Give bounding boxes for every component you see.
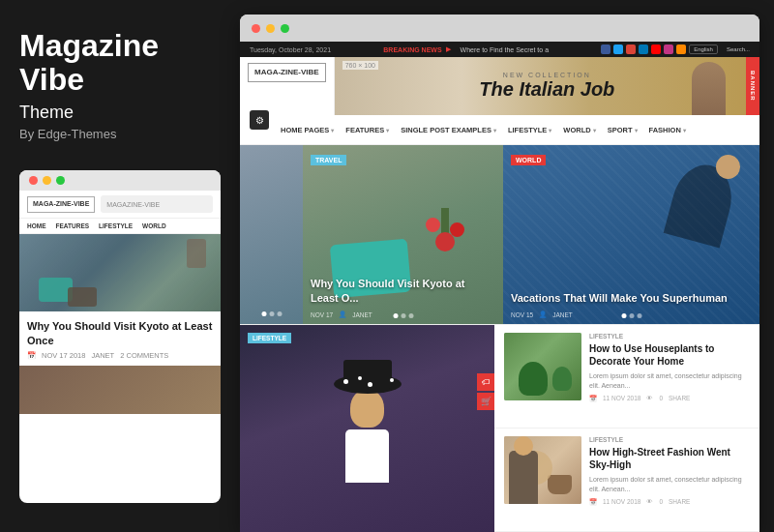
user-icon-small: 👤 <box>339 310 346 318</box>
language-selector[interactable]: English <box>689 44 718 54</box>
calendar-icon: 📅 <box>589 395 597 402</box>
nav-fashion[interactable]: FASHION ▾ <box>649 126 686 134</box>
hero-center-meta: NOV 17 👤 JANET <box>311 310 372 318</box>
maximize-icon[interactable] <box>56 176 65 185</box>
pagination-dot[interactable] <box>637 313 641 318</box>
mini-menu-world[interactable]: WORLD <box>142 222 166 229</box>
plants-image <box>504 333 581 400</box>
dot-inactive <box>277 311 282 316</box>
article-thumb-2 <box>504 436 581 504</box>
bottom-section: LIFESTYLE 🏷 🛒 <box>240 324 759 532</box>
article-date-2: 11 NOV 2018 <box>603 498 640 505</box>
pagination-dot-active[interactable] <box>621 313 626 318</box>
bookmark-icon[interactable]: 🏷 <box>477 373 494 391</box>
mini-menu-bar: HOME FEATURES LIFESTYLE WORLD <box>19 219 221 234</box>
mini-address-bar[interactable]: MAGAZINE-VIBE <box>101 195 213 213</box>
pagination-dot[interactable] <box>408 313 413 318</box>
banner-title: The Italian Job <box>479 78 614 101</box>
google-icon[interactable] <box>626 44 636 54</box>
bottom-left-image: LIFESTYLE 🏷 🛒 <box>240 325 494 532</box>
hero-left-panel <box>240 145 303 324</box>
settings-icon[interactable]: ⚙ <box>250 110 269 130</box>
hero-section: TRAVEL Why You Should Visit Kyoto at Lea… <box>240 145 759 324</box>
browser-window: Tuesday, October 28, 2021 BREAKING NEWS … <box>240 15 759 532</box>
mini-browser-titlebar <box>19 170 221 191</box>
banner-sidebar-text: BANNER <box>750 71 756 102</box>
hero-right-pagination <box>621 313 641 318</box>
mini-content: Why You Should Visit Kyoto at Least Once… <box>19 234 221 503</box>
hero-right-author: JANET <box>552 311 573 318</box>
user-icon-small: 👤 <box>539 310 547 318</box>
mini-article-title: Why You Should Visit Kyoto at Least Once <box>19 311 221 351</box>
chevron-down-icon: ▾ <box>635 127 638 133</box>
minimize-icon[interactable] <box>43 176 51 185</box>
hero-right-panel[interactable]: WORLD Vacations That Will Make You Super… <box>503 145 759 324</box>
dot-active <box>261 311 266 316</box>
top-social-icons: English Search... <box>601 44 750 54</box>
search-button[interactable]: Search... <box>727 46 750 52</box>
nav-world[interactable]: WORLD ▾ <box>563 126 595 134</box>
hero-center-panel[interactable]: TRAVEL Why You Should Visit Kyoto at Lea… <box>303 145 503 324</box>
chevron-down-icon: ▾ <box>493 127 496 133</box>
browser-close-icon[interactable] <box>252 24 260 33</box>
youtube-icon[interactable] <box>651 44 661 54</box>
pagination-dot[interactable] <box>629 313 634 318</box>
hero-left-dots <box>261 311 282 316</box>
mini-logo: MAGA-ZINE-VIBE <box>27 196 95 212</box>
article-views-2: 0 <box>659 498 663 505</box>
chevron-down-icon: ▾ <box>331 127 334 133</box>
banner-area: 760 × 100 NEW COLLECTION The Italian Job… <box>335 57 759 115</box>
share-label-1[interactable]: SHARE <box>669 395 690 401</box>
calendar-icon: 📅 <box>589 498 597 506</box>
rss-icon[interactable] <box>676 44 686 54</box>
nav-home-pages[interactable]: HOME PAGES ▾ <box>281 126 334 134</box>
mini-menu-features[interactable]: FEATURES <box>56 222 90 229</box>
mini-address-text: MAGAZINE-VIBE <box>106 201 160 208</box>
article-headline-1[interactable]: How to Use Houseplants to Decorate Your … <box>589 342 750 368</box>
nav-single-post[interactable]: SINGLE POST EXAMPLES ▾ <box>401 126 496 134</box>
mini-author: JANET <box>91 351 114 360</box>
facebook-icon[interactable] <box>601 44 610 54</box>
hero-center-date: NOV 17 <box>311 311 333 318</box>
article-headline-2[interactable]: How High-Street Fashion Went Sky-High <box>589 446 750 471</box>
twitter-icon[interactable] <box>613 44 623 54</box>
close-icon[interactable] <box>29 176 38 185</box>
fashion-image <box>504 436 581 504</box>
mini-comments: 2 COMMENTS <box>120 351 168 360</box>
article-card-2[interactable]: LIFESTYLE How High-Street Fashion Went S… <box>494 429 759 532</box>
mini-date: NOV 17 2018 <box>42 351 85 360</box>
hero-right-meta: NOV 15 👤 JANET <box>511 310 573 318</box>
instagram-icon[interactable] <box>664 44 673 54</box>
share-label-2[interactable]: SHARE <box>669 498 690 505</box>
pagination-dot-active[interactable] <box>393 313 398 318</box>
nav-sport[interactable]: SPORT ▾ <box>608 126 638 134</box>
mini-browser: MAGA-ZINE-VIBE MAGAZINE-VIBE HOME FEATUR… <box>19 170 221 503</box>
mini-bottom-image <box>19 366 221 414</box>
mini-hero-image <box>19 234 221 311</box>
nav-lifestyle[interactable]: LIFESTYLE ▾ <box>508 126 551 134</box>
cart-icon[interactable]: 🛒 <box>477 393 494 410</box>
hero-right-badge: WORLD <box>511 155 546 165</box>
arrow-icon: ▶ <box>446 45 451 53</box>
nav-features[interactable]: FEATURES ▾ <box>345 126 389 134</box>
browser-minimize-icon[interactable] <box>266 24 275 33</box>
bottom-left-feature[interactable]: LIFESTYLE 🏷 🛒 <box>240 325 494 532</box>
article-content-2: LIFESTYLE How High-Street Fashion Went S… <box>589 436 750 523</box>
banner-size-label: 760 × 100 <box>342 61 378 70</box>
article-excerpt-2: Lorem ipsum dolor sit amet, consectetur … <box>589 475 750 494</box>
site-title: Magazine Vibe <box>19 29 221 97</box>
hero-left-bg <box>240 145 303 324</box>
article-category-2: LIFESTYLE <box>589 436 750 443</box>
article-card-1[interactable]: LIFESTYLE How to Use Houseplants to Deco… <box>494 325 759 429</box>
browser-maximize-icon[interactable] <box>281 24 289 33</box>
pagination-dot[interactable] <box>401 313 405 318</box>
banner-new-collection: NEW COLLECTION <box>503 72 591 78</box>
site-logo[interactable]: MAGA-ZINE-VIBE <box>248 63 326 82</box>
browser-titlebar <box>240 15 759 42</box>
mini-menu-lifestyle[interactable]: LIFESTYLE <box>99 222 133 229</box>
mini-menu-home[interactable]: HOME <box>27 222 46 229</box>
site-subtitle: Theme <box>19 103 221 123</box>
bottom-right-articles: LIFESTYLE How to Use Houseplants to Deco… <box>494 325 759 532</box>
linkedin-icon[interactable] <box>639 44 648 54</box>
article-category-1: LIFESTYLE <box>589 333 750 340</box>
